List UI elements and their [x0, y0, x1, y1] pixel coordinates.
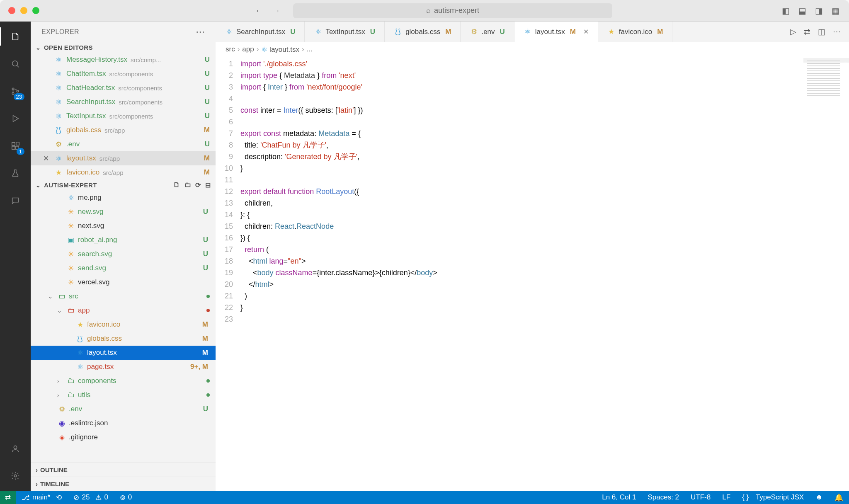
code-lines[interactable]: import './globals.css'import type { Meta…	[240, 56, 849, 491]
tab-status: M	[445, 28, 451, 36]
file-icon: 🗀	[66, 377, 75, 385]
file-icon: ◈	[57, 433, 66, 442]
maximize-window[interactable]	[32, 7, 39, 14]
minimize-window[interactable]	[20, 7, 27, 14]
file-item[interactable]: ⚛ page.tsx 9+, M	[31, 360, 216, 374]
open-editor-item[interactable]: ✕ ⟅⟆ globals.css src/app M	[31, 123, 216, 137]
code-editor[interactable]: 1234567891011121314151617181920212223 im…	[216, 56, 849, 491]
editor-tab[interactable]: ⚙ .env U	[461, 22, 514, 42]
language-mode[interactable]: { } TypeScript JSX	[736, 493, 810, 502]
file-item[interactable]: ✳ vercel.svg	[31, 275, 216, 289]
account-icon[interactable]	[8, 441, 23, 456]
close-icon[interactable]: ✕	[43, 154, 51, 163]
toggle-secondary-sidebar-icon[interactable]: ◨	[813, 6, 824, 16]
open-editor-item[interactable]: ✕ ⚛ MessageHistory.tsx src/comp... U	[31, 53, 216, 67]
refresh-icon[interactable]: ⟳	[195, 181, 201, 189]
customize-layout-icon[interactable]: ▦	[830, 6, 841, 16]
editor-tab[interactable]: ⚛ layout.tsx M ✕	[514, 22, 598, 42]
file-item[interactable]: ✳ send.svg U	[31, 261, 216, 275]
editor-tab[interactable]: ⚛ TextInput.tsx U	[305, 22, 385, 42]
new-file-icon[interactable]: 🗋	[173, 181, 180, 189]
file-icon: ⚛	[54, 70, 63, 78]
outline-header[interactable]: › OUTLINE	[31, 463, 216, 477]
indentation[interactable]: Spaces: 2	[642, 493, 685, 502]
close-icon[interactable]: ✕	[583, 28, 589, 36]
file-icon: ⚛	[75, 363, 85, 371]
explorer-sidebar: EXPLORER ⋯ ⌄ OPEN EDITORS ✕ ⚛ MessageHis…	[31, 22, 216, 491]
nav-forward-icon[interactable]: →	[272, 5, 281, 16]
toggle-primary-sidebar-icon[interactable]: ◧	[780, 6, 791, 16]
remote-indicator[interactable]: ⇄	[0, 491, 16, 504]
source-control-icon[interactable]: 23	[8, 84, 23, 99]
file-name: send.svg	[78, 264, 106, 272]
encoding[interactable]: UTF-8	[685, 493, 716, 502]
file-item[interactable]: ✳ search.svg U	[31, 247, 216, 261]
folder-item[interactable]: › 🗀 utils	[31, 388, 216, 402]
file-item[interactable]: ⟅⟆ globals.css M	[31, 332, 216, 346]
extensions-icon[interactable]: 1	[8, 138, 23, 153]
open-editor-item[interactable]: ✕ ⚛ ChatItem.tsx src/components U	[31, 67, 216, 81]
notifications-icon[interactable]: 🔔	[829, 493, 849, 502]
minimap[interactable]	[803, 58, 849, 116]
file-item[interactable]: ✳ next.svg	[31, 219, 216, 233]
file-item[interactable]: ⚙ .env U	[31, 402, 216, 416]
feedback-icon[interactable]: ☻	[810, 493, 829, 502]
open-editor-item[interactable]: ✕ ⚛ SearchInput.tsx src/components U	[31, 95, 216, 109]
more-icon[interactable]: ⋯	[833, 27, 841, 36]
run-icon[interactable]: ▷	[790, 27, 796, 36]
search-icon[interactable]	[8, 56, 23, 71]
open-editor-item[interactable]: ✕ ⚙ .env U	[31, 137, 216, 151]
collapse-icon[interactable]: ⊟	[205, 181, 211, 189]
run-debug-icon[interactable]	[8, 111, 23, 126]
branch-indicator[interactable]: ⎇ main* ⟲	[16, 491, 68, 504]
testing-icon[interactable]	[8, 166, 23, 181]
file-item[interactable]: ◉ .eslintrc.json	[31, 416, 216, 430]
settings-icon[interactable]	[8, 468, 23, 483]
file-icon: ⚙	[57, 405, 66, 414]
cursor-position[interactable]: Ln 6, Col 1	[596, 493, 642, 502]
sidebar-title: EXPLORER ⋯	[31, 22, 216, 42]
file-icon: ⚛	[54, 112, 63, 121]
ports-indicator[interactable]: ⊚ 0	[114, 491, 138, 504]
file-tree: ⚛ me.png ✳ new.svg U ✳ next.svg ▣ robot_…	[31, 191, 216, 463]
more-icon[interactable]: ⋯	[196, 27, 205, 37]
open-editor-item[interactable]: ✕ ⚛ TextInput.tsx src/components U	[31, 109, 216, 123]
tab-status: M	[570, 28, 576, 36]
svg-rect-7	[16, 142, 19, 145]
breadcrumb-item[interactable]: ...	[307, 45, 313, 53]
command-center[interactable]: ⌕ autism-expert	[293, 3, 612, 18]
editor-tab[interactable]: ⟅⟆ globals.css M	[385, 22, 461, 42]
timeline-header[interactable]: › TIMELINE	[31, 477, 216, 491]
eol[interactable]: LF	[716, 493, 736, 502]
toggle-panel-icon[interactable]: ⬓	[797, 6, 808, 16]
explorer-icon[interactable]	[8, 29, 23, 44]
file-item[interactable]: ★ favicon.ico M	[31, 317, 216, 332]
folder-item[interactable]: ⌄ 🗀 app	[31, 303, 216, 317]
file-item[interactable]: ◈ .gitignore	[31, 430, 216, 444]
file-item[interactable]: ⚛ layout.tsx M	[31, 346, 216, 360]
breadcrumb[interactable]: src›app›⚛ layout.tsx›...	[216, 42, 849, 56]
editor-tab[interactable]: ⚛ SearchInput.tsx U	[216, 22, 305, 42]
project-header[interactable]: ⌄ AUTISM-EXPERT 🗋 🗀 ⟳ ⊟	[31, 179, 216, 191]
split-icon[interactable]: ◫	[818, 27, 825, 36]
breadcrumb-item[interactable]: ⚛ layout.tsx	[261, 45, 299, 54]
nav-back-icon[interactable]: ←	[255, 5, 264, 16]
folder-item[interactable]: ⌄ 🗀 src	[31, 289, 216, 303]
problems-indicator[interactable]: ⊘ 25 ⚠ 0	[68, 491, 114, 504]
open-editor-item[interactable]: ✕ ★ favicon.ico src/app M	[31, 165, 216, 179]
breadcrumb-item[interactable]: src	[226, 45, 235, 53]
chat-icon[interactable]	[8, 193, 23, 208]
editor-tab[interactable]: ★ favicon.ico M	[598, 22, 673, 42]
close-window[interactable]	[8, 7, 15, 14]
file-item[interactable]: ▣ robot_ai.png U	[31, 233, 216, 247]
file-name: layout.tsx	[66, 154, 96, 162]
open-editor-item[interactable]: ✕ ⚛ ChatHeader.tsx src/components U	[31, 81, 216, 95]
open-editor-item[interactable]: ✕ ⚛ layout.tsx src/app M	[31, 151, 216, 165]
file-item[interactable]: ⚛ me.png	[31, 191, 216, 205]
folder-item[interactable]: › 🗀 components	[31, 374, 216, 388]
diff-icon[interactable]: ⇄	[804, 27, 810, 36]
breadcrumb-item[interactable]: app	[242, 45, 254, 53]
file-item[interactable]: ✳ new.svg U	[31, 205, 216, 219]
new-folder-icon[interactable]: 🗀	[184, 181, 191, 189]
open-editors-header[interactable]: ⌄ OPEN EDITORS	[31, 42, 216, 53]
